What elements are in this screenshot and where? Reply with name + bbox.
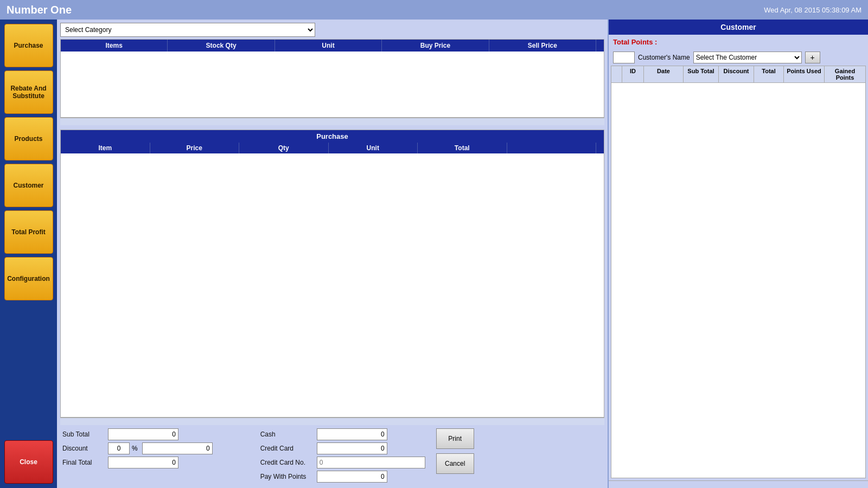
- cth-subtotal: Sub Total: [684, 66, 719, 82]
- credit-card-no-label: Credit Card No.: [260, 459, 315, 466]
- items-col-items: Items: [61, 40, 168, 52]
- purchase-table-body: [61, 153, 604, 417]
- main-layout: Purchase Rebate And Substitute Products …: [0, 20, 868, 488]
- sidebar-item-customer[interactable]: Customer: [4, 164, 53, 207]
- datetime: Wed Apr, 08 2015 05:38:09 AM: [764, 6, 861, 14]
- sub-total-input[interactable]: [108, 428, 178, 440]
- totals-left: Sub Total Discount % Final Total: [62, 428, 213, 468]
- center-content: Select Category Items Stock Qty Unit Buy…: [57, 20, 608, 488]
- sidebar: Purchase Rebate And Substitute Products …: [0, 20, 57, 488]
- sidebar-item-products[interactable]: Products: [4, 117, 53, 160]
- pur-col-price: Price: [150, 143, 240, 153]
- customer-name-select[interactable]: Select The Customer: [693, 52, 802, 63]
- cth-id: ID: [622, 66, 644, 82]
- pay-with-points-label: Pay With Points: [260, 473, 315, 480]
- close-button[interactable]: Close: [4, 440, 53, 484]
- discount-value-input[interactable]: [142, 442, 213, 454]
- pur-col-unit: Unit: [329, 143, 418, 153]
- cash-input[interactable]: [317, 428, 387, 440]
- header: Number One Wed Apr, 08 2015 05:38:09 AM: [0, 0, 868, 20]
- discount-row: Discount %: [62, 442, 213, 454]
- customer-name-label: Customer's Name: [638, 54, 690, 61]
- credit-card-no-row: Credit Card No.: [260, 457, 425, 468]
- pur-col-total: Total: [418, 143, 507, 153]
- sub-total-label: Sub Total: [62, 431, 106, 438]
- sidebar-item-total-profit[interactable]: Total Profit: [4, 210, 53, 254]
- print-button[interactable]: Print: [436, 428, 474, 449]
- action-buttons: Print Cancel: [436, 428, 474, 474]
- right-panel-header: Customer: [609, 20, 868, 35]
- discount-pct-input[interactable]: [108, 442, 130, 454]
- items-table-body: [61, 52, 604, 117]
- pct-symbol: %: [132, 445, 138, 452]
- purchase-title: Purchase: [61, 130, 604, 143]
- sidebar-item-purchase[interactable]: Purchase: [4, 24, 53, 67]
- right-panel: Customer Total Points : Customer's Name …: [608, 20, 868, 488]
- discount-label: Discount: [62, 445, 106, 452]
- pay-with-points-row: Pay With Points: [260, 471, 425, 483]
- items-table-header: Items Stock Qty Unit Buy Price Sell Pric…: [61, 40, 604, 52]
- purchase-section: Purchase Item Price Qty Unit Total: [60, 130, 604, 418]
- pur-col-item: Item: [61, 143, 150, 153]
- purchase-table-header: Item Price Qty Unit Total: [61, 143, 604, 153]
- customer-select-row: Customer's Name Select The Customer +: [609, 49, 868, 66]
- totals-right: Cash Credit Card Credit Card No. Pay Wit…: [260, 428, 425, 483]
- pur-col-qty: Qty: [239, 143, 329, 153]
- credit-card-no-input[interactable]: [317, 457, 425, 468]
- cth-checkbox: [611, 66, 622, 82]
- final-total-input[interactable]: [108, 457, 178, 468]
- cth-discount: Discount: [719, 66, 754, 82]
- credit-card-input[interactable]: [317, 442, 387, 454]
- add-customer-button[interactable]: +: [805, 52, 820, 63]
- app-title: Number One: [7, 4, 72, 16]
- credit-card-label: Credit Card: [260, 445, 315, 452]
- sidebar-item-rebate[interactable]: Rebate And Substitute: [4, 70, 53, 114]
- items-table-section: Items Stock Qty Unit Buy Price Sell Pric…: [60, 39, 604, 118]
- right-panel-h-scroll[interactable]: [609, 480, 868, 488]
- cth-gained-points: Gained Points: [825, 66, 865, 82]
- cth-total: Total: [754, 66, 784, 82]
- category-row: Select Category: [60, 23, 604, 37]
- final-total-row: Final Total: [62, 457, 213, 468]
- cash-row: Cash: [260, 428, 425, 440]
- sub-total-row: Sub Total: [62, 428, 213, 440]
- cth-points-used: Points Used: [784, 66, 825, 82]
- purchase-h-scroll[interactable]: [60, 418, 604, 425]
- items-col-buy: Buy Price: [382, 40, 489, 52]
- items-col-unit: Unit: [275, 40, 382, 52]
- customer-table-header: ID Date Sub Total Discount Total Points …: [611, 66, 865, 83]
- bottom-totals: Sub Total Discount % Final Total Cash: [60, 425, 604, 485]
- final-total-label: Final Total: [62, 459, 106, 466]
- cash-label: Cash: [260, 431, 315, 438]
- credit-card-row: Credit Card: [260, 442, 425, 454]
- customer-id-input[interactable]: [613, 52, 635, 63]
- total-points-label: Total Points :: [613, 38, 657, 46]
- total-points-row: Total Points :: [609, 35, 868, 49]
- category-dropdown[interactable]: Select Category: [60, 23, 315, 37]
- pay-with-points-input[interactable]: [317, 471, 387, 483]
- customer-table-section: ID Date Sub Total Discount Total Points …: [611, 66, 866, 478]
- sidebar-item-configuration[interactable]: Configuration: [4, 257, 53, 300]
- customer-table-body: [611, 83, 865, 478]
- items-col-sell: Sell Price: [489, 40, 596, 52]
- items-h-scroll[interactable]: [60, 118, 604, 125]
- cancel-button[interactable]: Cancel: [436, 453, 474, 474]
- cth-date: Date: [644, 66, 684, 82]
- pur-col-extra: [507, 143, 597, 153]
- items-col-stock: Stock Qty: [168, 40, 275, 52]
